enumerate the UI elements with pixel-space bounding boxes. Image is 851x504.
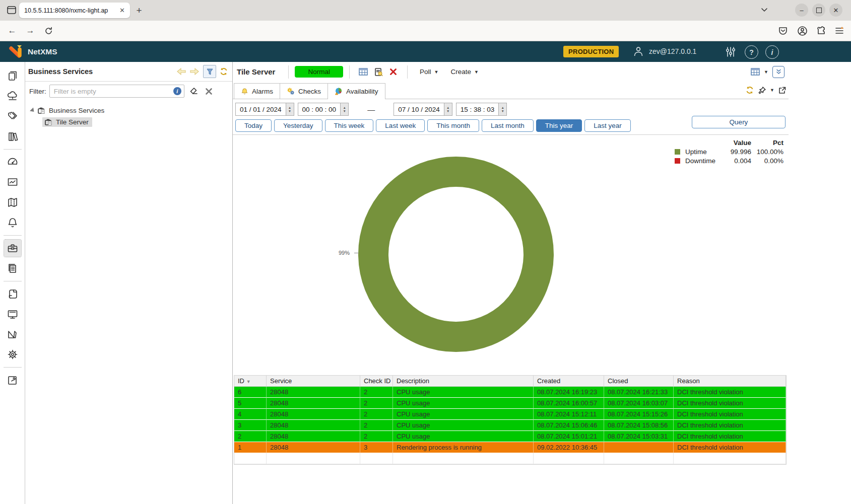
window-minimize-button[interactable]: –	[795, 4, 808, 17]
extensions-puzzle-icon[interactable]	[816, 26, 827, 37]
downtime-row[interactable]: 2280482CPU usage08.07.2024 15:01:2108.07…	[234, 431, 786, 442]
spinner-icon[interactable]: ▲▼	[498, 103, 506, 115]
range-today[interactable]: Today	[235, 119, 272, 132]
query-button[interactable]: Query	[692, 116, 785, 128]
create-menu[interactable]: Create▼	[450, 68, 478, 76]
firefox-view-icon[interactable]	[6, 5, 17, 16]
spinner-icon[interactable]: ▲▼	[444, 103, 452, 115]
filter-info-icon[interactable]: i	[173, 87, 181, 95]
collapse-header-icon[interactable]	[772, 66, 784, 78]
pinboard-icon[interactable]	[4, 372, 21, 389]
maps-icon[interactable]	[4, 194, 21, 211]
range-last-week[interactable]: Last week	[376, 119, 425, 132]
configuration-gear-icon[interactable]	[4, 346, 21, 363]
edit-object-icon[interactable]	[372, 66, 384, 78]
info-icon[interactable]: i	[765, 45, 779, 59]
divider	[4, 367, 22, 368]
column-header-description[interactable]: Description	[393, 376, 534, 387]
nav-back-icon[interactable]	[176, 66, 187, 77]
range-last-month[interactable]: Last month	[482, 119, 534, 132]
help-icon[interactable]: ?	[745, 45, 758, 59]
window-maximize-button[interactable]	[812, 4, 825, 17]
downtime-row[interactable]: 5280482CPU usage08.07.2024 16:00:5708.07…	[234, 398, 786, 409]
downtime-row[interactable]: 4280482CPU usage08.07.2024 15:12:1108.07…	[234, 409, 786, 420]
app-header: NetXMS PRODUCTION zev@127.0.0.1 ? i	[0, 41, 851, 62]
infrastructure-icon[interactable]	[4, 67, 21, 85]
start-date-field[interactable]: 01 / 01 / 2024▲▼	[235, 103, 294, 116]
templates-library-icon[interactable]	[4, 128, 21, 145]
tab-close-icon[interactable]: ✕	[119, 7, 125, 14]
column-header-created[interactable]: Created	[534, 376, 604, 387]
tab-checks[interactable]: Checks	[280, 83, 328, 99]
column-header-reason[interactable]: Reason	[674, 376, 786, 387]
user-icon	[632, 45, 644, 57]
alarms-bell-icon[interactable]	[4, 214, 21, 231]
account-icon[interactable]	[797, 26, 808, 37]
donut-percent-label: 99%	[339, 250, 350, 256]
tree-item-business-services[interactable]: Business Services	[29, 105, 232, 116]
open-in-new-window-icon[interactable]	[778, 86, 787, 95]
range-this-week[interactable]: This week	[325, 119, 374, 132]
range-yesterday[interactable]: Yesterday	[274, 119, 322, 132]
dashboard-gauge-icon[interactable]	[4, 154, 21, 171]
column-header-service[interactable]: Service	[267, 376, 360, 387]
downtime-row[interactable]: 6280482CPU usage08.07.2024 16:19:2308.07…	[234, 387, 786, 398]
start-time-field[interactable]: 00 : 00 : 00▲▼	[298, 103, 349, 116]
pin-dropdown-caret-icon[interactable]: ▼	[770, 88, 774, 93]
scripts-scroll-icon[interactable]	[4, 285, 21, 303]
column-header-check-id[interactable]: Check ID	[360, 376, 393, 387]
uptime-ring	[373, 172, 539, 337]
new-tab-button[interactable]: +	[132, 4, 146, 18]
preferences-sliders-icon[interactable]	[725, 46, 737, 58]
availability-pie-icon	[335, 87, 343, 95]
pocket-icon[interactable]	[778, 26, 789, 37]
alarm-bell-icon	[241, 88, 248, 95]
network-cloud-icon[interactable]	[4, 88, 21, 105]
list-tabs-chevron-icon[interactable]	[760, 5, 769, 14]
forward-button[interactable]: →	[24, 25, 36, 37]
menu-hamburger-icon[interactable]	[834, 26, 845, 37]
pin-view-icon[interactable]	[758, 86, 766, 95]
view-dropdown-caret-icon[interactable]: ▼	[764, 69, 768, 75]
range-last-year[interactable]: Last year	[584, 119, 631, 132]
reports-icon[interactable]	[4, 260, 21, 277]
downtime-table-body: 6280482CPU usage08.07.2024 16:19:2308.07…	[234, 387, 786, 464]
spinner-icon[interactable]: ▲▼	[286, 103, 294, 115]
refresh-icon[interactable]	[218, 66, 229, 77]
clear-filter-eraser-icon[interactable]	[188, 86, 200, 97]
empty-row	[234, 453, 786, 464]
graphs-icon[interactable]	[4, 174, 21, 191]
properties-table-icon[interactable]	[357, 66, 369, 78]
filter-input[interactable]	[49, 85, 184, 98]
tree-item-tile-server[interactable]: Tile Server	[42, 116, 232, 128]
spinner-icon[interactable]: ▲▼	[340, 103, 348, 115]
downtime-row[interactable]: 1280483Rendering process is running09.02…	[234, 442, 786, 453]
reload-button[interactable]	[42, 25, 54, 37]
end-date-field[interactable]: 07 / 10 / 2024▲▼	[394, 103, 452, 116]
tree-expand-icon[interactable]	[30, 107, 36, 113]
business-services-briefcase-icon[interactable]	[4, 240, 21, 257]
back-button[interactable]: ←	[6, 25, 18, 37]
browser-tab[interactable]: 10.5.5.111:8080/nxmc-light.ap ✕	[19, 3, 130, 18]
delete-object-icon[interactable]	[387, 66, 400, 78]
close-filter-icon[interactable]	[204, 86, 215, 97]
poll-menu[interactable]: Poll▼	[420, 68, 438, 76]
user-menu[interactable]: zev@127.0.0.1	[632, 45, 696, 57]
column-header-id[interactable]: ID ▼	[234, 376, 267, 387]
end-time-field[interactable]: 15 : 38 : 03▲▼	[456, 103, 507, 116]
tags-icon[interactable]	[4, 108, 21, 125]
tab-availability[interactable]: Availability	[328, 83, 385, 99]
tab-alarms[interactable]: Alarms	[234, 83, 280, 99]
range-this-year[interactable]: This year	[536, 119, 582, 132]
range-this-month[interactable]: This month	[427, 119, 479, 132]
window-close-button[interactable]: ✕	[829, 4, 842, 17]
column-header-closed[interactable]: Closed	[604, 376, 674, 387]
show-filter-toggle[interactable]	[203, 65, 216, 78]
table-view-icon[interactable]	[751, 68, 760, 76]
refresh-view-icon[interactable]	[745, 86, 754, 95]
management-monitor-icon[interactable]	[4, 306, 21, 323]
tools-ruler-icon[interactable]	[4, 326, 21, 343]
netxms-logo	[7, 43, 24, 60]
nav-forward-icon[interactable]	[189, 66, 200, 77]
downtime-row[interactable]: 3280482CPU usage08.07.2024 15:06:4608.07…	[234, 420, 786, 431]
